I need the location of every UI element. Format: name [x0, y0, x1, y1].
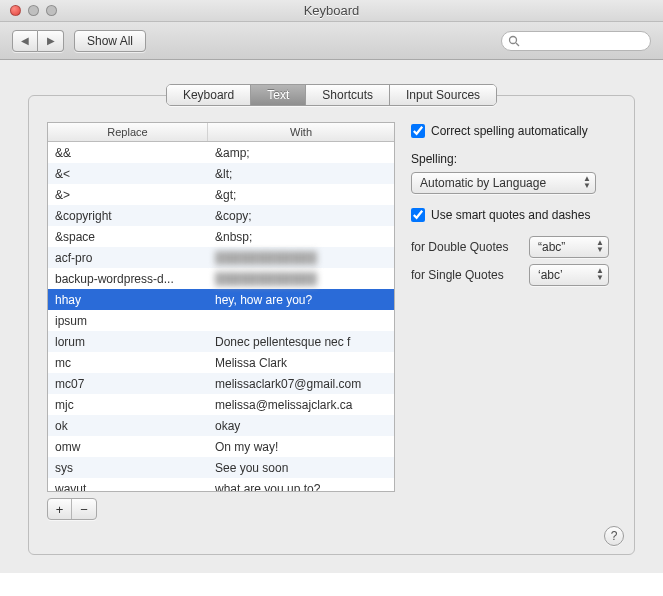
- cell-replace: omw: [48, 440, 208, 454]
- table-row[interactable]: hhayhey, how are you?: [48, 289, 394, 310]
- cell-replace: hhay: [48, 293, 208, 307]
- table-row[interactable]: sysSee you soon: [48, 457, 394, 478]
- cell-replace: sys: [48, 461, 208, 475]
- spelling-popup[interactable]: Automatic by Language ▲▼: [411, 172, 596, 194]
- smart-quotes-label: Use smart quotes and dashes: [431, 208, 590, 222]
- table-row[interactable]: mjcmelissa@melissajclark.ca: [48, 394, 394, 415]
- cell-replace: lorum: [48, 335, 208, 349]
- cell-with: melissa@melissajclark.ca: [208, 398, 394, 412]
- forward-button[interactable]: ▶: [38, 30, 64, 52]
- smart-quotes-row: Use smart quotes and dashes: [411, 208, 616, 222]
- table-row[interactable]: &>&gt;: [48, 184, 394, 205]
- table-row[interactable]: ipsum: [48, 310, 394, 331]
- cell-replace: &copyright: [48, 209, 208, 223]
- smart-quotes-checkbox[interactable]: [411, 208, 425, 222]
- table-row[interactable]: &space&nbsp;: [48, 226, 394, 247]
- updown-icon: ▲▼: [596, 267, 604, 281]
- table-row[interactable]: backup-wordpress-d...████████████: [48, 268, 394, 289]
- cell-with: &gt;: [208, 188, 394, 202]
- correct-spelling-row: Correct spelling automatically: [411, 124, 616, 138]
- remove-button[interactable]: −: [72, 499, 96, 519]
- help-button[interactable]: ?: [604, 526, 624, 546]
- replacements-table: Replace With &&&amp;&<&lt;&>&gt;&copyrig…: [47, 122, 395, 492]
- cell-replace: &<: [48, 167, 208, 181]
- cell-with: what are you up to?: [208, 482, 394, 492]
- table-row[interactable]: &copyright&copy;: [48, 205, 394, 226]
- table-row[interactable]: mc07melissaclark07@gmail.com: [48, 373, 394, 394]
- spelling-label: Spelling:: [411, 152, 616, 166]
- chevron-right-icon: ▶: [47, 35, 55, 46]
- single-quotes-value: ‘abc’: [538, 268, 563, 282]
- column-header-replace[interactable]: Replace: [48, 123, 208, 141]
- cell-replace: &>: [48, 188, 208, 202]
- double-quotes-label: for Double Quotes: [411, 240, 521, 254]
- double-quotes-row: for Double Quotes “abc” ▲▼: [411, 236, 616, 258]
- tab-keyboard[interactable]: Keyboard: [167, 85, 251, 105]
- pane: Replace With &&&amp;&<&lt;&>&gt;&copyrig…: [28, 95, 635, 555]
- add-button[interactable]: +: [48, 499, 72, 519]
- cell-with: ████████████: [208, 251, 394, 265]
- table-row[interactable]: omwOn my way!: [48, 436, 394, 457]
- table-row[interactable]: &<&lt;: [48, 163, 394, 184]
- column-header-with[interactable]: With: [208, 123, 394, 141]
- correct-spelling-label: Correct spelling automatically: [431, 124, 588, 138]
- tab-bar: KeyboardTextShortcutsInput Sources: [28, 84, 635, 106]
- cell-with: &nbsp;: [208, 230, 394, 244]
- cell-with: &copy;: [208, 209, 394, 223]
- cell-with: ████████████: [208, 272, 394, 286]
- search-input[interactable]: [524, 35, 644, 47]
- cell-replace: &space: [48, 230, 208, 244]
- show-all-button[interactable]: Show All: [74, 30, 146, 52]
- search-field[interactable]: [501, 31, 651, 51]
- single-quotes-row: for Single Quotes ‘abc’ ▲▼: [411, 264, 616, 286]
- cell-with: See you soon: [208, 461, 394, 475]
- cell-with: melissaclark07@gmail.com: [208, 377, 394, 391]
- updown-icon: ▲▼: [596, 239, 604, 253]
- correct-spelling-checkbox[interactable]: [411, 124, 425, 138]
- left-column: Replace With &&&amp;&<&lt;&>&gt;&copyrig…: [47, 122, 395, 540]
- cell-with: hey, how are you?: [208, 293, 394, 307]
- table-row[interactable]: mcMelissa Clark: [48, 352, 394, 373]
- right-column: Correct spelling automatically Spelling:…: [411, 122, 616, 540]
- updown-icon: ▲▼: [583, 175, 591, 189]
- table-row[interactable]: okokay: [48, 415, 394, 436]
- tab-shortcuts[interactable]: Shortcuts: [306, 85, 390, 105]
- spelling-value: Automatic by Language: [420, 176, 546, 190]
- double-quotes-popup[interactable]: “abc” ▲▼: [529, 236, 609, 258]
- content-area: KeyboardTextShortcutsInput Sources Repla…: [0, 60, 663, 573]
- cell-replace: mc: [48, 356, 208, 370]
- cell-replace: backup-wordpress-d...: [48, 272, 208, 286]
- tab-text[interactable]: Text: [251, 85, 306, 105]
- cell-replace: ok: [48, 419, 208, 433]
- titlebar: Keyboard: [0, 0, 663, 22]
- table-body: &&&amp;&<&lt;&>&gt;&copyright&copy;&spac…: [48, 142, 394, 491]
- cell-with: &amp;: [208, 146, 394, 160]
- cell-replace: acf-pro: [48, 251, 208, 265]
- double-quotes-value: “abc”: [538, 240, 565, 254]
- tab-input-sources[interactable]: Input Sources: [390, 85, 496, 105]
- search-icon: [508, 35, 520, 47]
- cell-with: &lt;: [208, 167, 394, 181]
- single-quotes-popup[interactable]: ‘abc’ ▲▼: [529, 264, 609, 286]
- cell-replace: ipsum: [48, 314, 208, 328]
- cell-replace: &&: [48, 146, 208, 160]
- single-quotes-label: for Single Quotes: [411, 268, 521, 282]
- toolbar: ◀ ▶ Show All: [0, 22, 663, 60]
- table-header: Replace With: [48, 123, 394, 142]
- table-row[interactable]: lorumDonec pellentesque nec f: [48, 331, 394, 352]
- cell-with: Donec pellentesque nec f: [208, 335, 394, 349]
- chevron-left-icon: ◀: [21, 35, 29, 46]
- table-row[interactable]: wavutwhat are you up to?: [48, 478, 394, 491]
- cell-replace: mjc: [48, 398, 208, 412]
- back-button[interactable]: ◀: [12, 30, 38, 52]
- svg-line-1: [516, 43, 519, 46]
- add-remove-buttons: + −: [47, 498, 97, 520]
- nav-buttons: ◀ ▶: [12, 30, 64, 52]
- table-row[interactable]: acf-pro████████████: [48, 247, 394, 268]
- cell-replace: wavut: [48, 482, 208, 492]
- table-row[interactable]: &&&amp;: [48, 142, 394, 163]
- cell-replace: mc07: [48, 377, 208, 391]
- cell-with: On my way!: [208, 440, 394, 454]
- svg-point-0: [510, 36, 517, 43]
- window-title: Keyboard: [0, 3, 663, 18]
